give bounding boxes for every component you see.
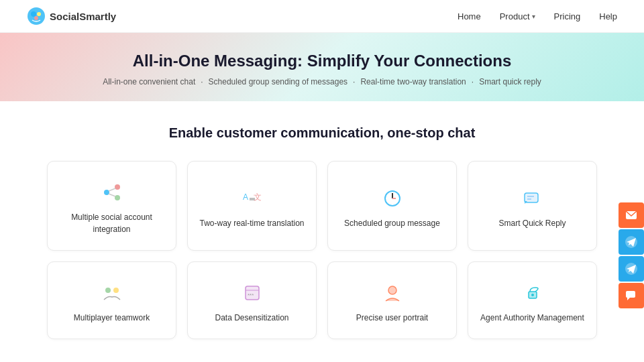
social-icon: [100, 180, 124, 204]
float-message-button[interactable]: [619, 283, 644, 308]
main-section: Enable customer communication, one-stop …: [0, 101, 644, 353]
svg-text:文: 文: [254, 192, 262, 202]
nav-links: Home Product ▾ Pricing Help: [458, 11, 617, 21]
floating-buttons: [619, 202, 644, 308]
logo-text: SocialSmartly: [50, 11, 116, 22]
feature-card-schedule: Scheduled group message: [327, 161, 457, 251]
bottom-section: Less Service Cost, More Customer Satisfa…: [0, 353, 644, 362]
svg-rect-28: [626, 291, 635, 298]
feature-card-portrait: Precise user portrait: [327, 261, 457, 339]
nav-help[interactable]: Help: [599, 11, 617, 21]
nav-pricing[interactable]: Pricing: [554, 11, 581, 21]
section-title: Enable customer communication, one-stop …: [40, 125, 604, 141]
card-label-reply: Smart Quick Reply: [498, 217, 566, 229]
nav-home[interactable]: Home: [458, 11, 481, 21]
message-icon: [625, 289, 638, 302]
svg-point-24: [531, 294, 534, 296]
feature-card-data: *** Data Desensitization: [187, 261, 317, 339]
translation-icon: A文: [240, 186, 264, 210]
svg-point-4: [104, 190, 109, 195]
card-label-data: Data Desensitization: [215, 312, 288, 324]
envelope-icon: [625, 208, 638, 222]
feature-card-reply: Smart Quick Reply: [468, 161, 597, 251]
feature-card-translation: A文 Two-way real-time translation: [187, 161, 317, 251]
telegram-icon: [625, 235, 638, 249]
hero-banner: All-in-One Messaging: Simplify Your Conn…: [0, 33, 644, 101]
authority-icon: [521, 281, 545, 305]
logo[interactable]: SocialSmartly: [27, 7, 116, 25]
svg-point-6: [115, 195, 120, 200]
reply-icon: [521, 186, 545, 210]
hero-subtitle-item-3: Real-time two-way translation: [360, 77, 466, 86]
card-label-social: Multiple social account integration: [58, 211, 165, 235]
float-telegram-button-1[interactable]: [619, 229, 644, 255]
chevron-down-icon: ▾: [532, 13, 535, 20]
svg-point-17: [105, 288, 111, 293]
float-telegram-button-2[interactable]: [619, 256, 644, 282]
navbar: SocialSmartly Home Product ▾ Pricing Hel…: [0, 0, 644, 33]
svg-point-18: [113, 288, 119, 293]
svg-point-22: [388, 286, 396, 294]
hero-dot-3: ·: [472, 77, 474, 86]
feature-card-authority: Agent Authority Management: [468, 261, 597, 339]
svg-text:***: ***: [248, 292, 254, 298]
telegram2-icon: [625, 262, 638, 276]
float-email-button[interactable]: [619, 202, 644, 228]
svg-text:A: A: [243, 192, 248, 202]
svg-rect-14: [525, 193, 538, 202]
feature-grid: Multiple social account integration A文 T…: [47, 161, 597, 339]
nav-product[interactable]: Product ▾: [500, 11, 535, 21]
svg-point-2: [37, 12, 41, 16]
svg-marker-29: [627, 298, 630, 300]
card-label-authority: Agent Authority Management: [480, 312, 584, 324]
card-label-portrait: Precise user portrait: [356, 312, 428, 324]
feature-card-social: Multiple social account integration: [47, 161, 176, 251]
hero-subtitle-item-2: Scheduled group sending of messages: [209, 77, 347, 86]
data-icon: ***: [240, 281, 264, 305]
logo-icon: [27, 7, 46, 25]
schedule-icon: [380, 186, 405, 210]
svg-point-5: [115, 184, 120, 190]
svg-line-8: [109, 194, 115, 196]
svg-point-1: [31, 11, 36, 17]
feature-card-team: Multiplayer teamwork: [47, 261, 176, 339]
hero-dot-1: ·: [201, 77, 203, 86]
hero-subtitle: All-in-one convenient chat · Scheduled g…: [27, 77, 617, 86]
team-icon: [100, 281, 124, 305]
card-label-translation: Two-way real-time translation: [199, 217, 304, 229]
hero-dot-2: ·: [353, 77, 355, 86]
portrait-icon: [380, 281, 405, 305]
hero-title: All-in-One Messaging: Simplify Your Conn…: [27, 52, 617, 70]
svg-point-3: [34, 16, 38, 20]
card-label-schedule: Scheduled group message: [344, 217, 440, 229]
card-label-team: Multiplayer teamwork: [74, 312, 150, 324]
svg-line-7: [109, 188, 115, 191]
hero-subtitle-item-1: All-in-one convenient chat: [103, 77, 195, 86]
hero-subtitle-item-4: Smart quick reply: [479, 77, 541, 86]
